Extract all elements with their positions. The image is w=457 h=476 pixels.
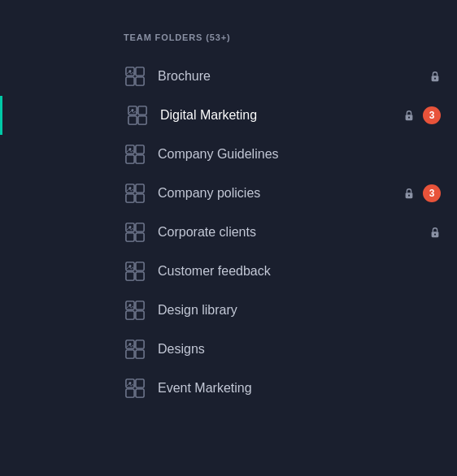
svg-rect-40: [126, 311, 134, 319]
folder-item-company-policies[interactable]: Company policies 3: [0, 174, 457, 213]
folder-icon-company-policies: [124, 182, 146, 205]
svg-rect-46: [136, 350, 144, 358]
svg-point-6: [434, 78, 436, 80]
lock-icon-company-policies: [403, 188, 415, 199]
folder-name-customer-feedback: Customer feedback: [158, 264, 441, 279]
folder-name-brochure: Brochure: [158, 69, 423, 84]
svg-rect-27: [136, 223, 144, 232]
folder-icon-customer-feedback: [124, 260, 146, 283]
badge-company-policies: 3: [423, 184, 441, 202]
svg-rect-16: [126, 155, 134, 163]
folder-icon-corporate-clients: [124, 221, 146, 244]
folder-item-brochure[interactable]: Brochure: [0, 57, 457, 96]
svg-rect-8: [138, 106, 146, 115]
svg-rect-28: [126, 233, 134, 241]
folder-item-corporate-clients[interactable]: Corporate clients: [0, 213, 457, 252]
folder-name-digital-marketing: Digital Marketing: [160, 108, 397, 123]
badge-digital-marketing: 3: [423, 106, 441, 124]
folder-icon-digital-marketing: [126, 104, 149, 127]
svg-rect-44: [136, 340, 144, 348]
folder-item-customer-feedback[interactable]: Customer feedback: [0, 252, 457, 291]
svg-rect-51: [136, 389, 144, 397]
svg-rect-20: [136, 184, 144, 193]
svg-rect-35: [126, 272, 134, 280]
folder-name-company-guidelines: Company Guidelines: [158, 147, 441, 162]
svg-rect-10: [138, 116, 146, 124]
folder-name-designs: Designs: [158, 342, 441, 357]
folder-name-event-marketing: Event Marketing: [158, 381, 441, 396]
folder-icon-brochure: [124, 65, 146, 88]
svg-rect-36: [136, 272, 144, 280]
svg-rect-1: [136, 67, 144, 76]
folder-item-designs[interactable]: Designs: [0, 330, 457, 369]
folder-item-event-marketing[interactable]: Event Marketing: [0, 369, 457, 408]
svg-rect-49: [136, 379, 144, 387]
folder-item-digital-marketing[interactable]: Digital Marketing 3: [0, 96, 457, 135]
svg-rect-41: [136, 311, 144, 319]
folder-list: Brochure Digital Marketing 3 Company Gui…: [0, 57, 457, 408]
svg-rect-2: [126, 77, 134, 85]
folder-name-corporate-clients: Corporate clients: [158, 225, 423, 240]
folder-icon-designs: [124, 338, 146, 361]
lock-icon-brochure: [429, 71, 441, 82]
svg-rect-21: [126, 194, 134, 202]
svg-rect-9: [128, 116, 137, 124]
lock-icon-corporate-clients: [429, 227, 441, 238]
svg-rect-45: [126, 350, 134, 358]
svg-rect-34: [136, 262, 144, 270]
svg-rect-39: [136, 301, 144, 309]
svg-rect-17: [136, 155, 144, 163]
lock-icon-digital-marketing: [403, 110, 415, 121]
folder-item-company-guidelines[interactable]: Company Guidelines: [0, 135, 457, 174]
folder-name-design-library: Design library: [158, 303, 441, 318]
folder-icon-design-library: [124, 299, 146, 322]
svg-rect-29: [136, 233, 144, 241]
svg-rect-22: [136, 194, 144, 202]
folder-icon-event-marketing: [124, 377, 146, 400]
svg-point-13: [408, 117, 410, 119]
svg-rect-50: [126, 389, 134, 397]
folder-name-company-policies: Company policies: [158, 186, 397, 201]
svg-point-32: [434, 234, 436, 236]
folder-item-design-library[interactable]: Design library: [0, 291, 457, 330]
section-header: TEAM FOLDERS (53+): [0, 32, 457, 57]
svg-rect-15: [136, 145, 144, 154]
svg-point-25: [408, 195, 410, 197]
folder-icon-company-guidelines: [124, 143, 146, 166]
svg-rect-3: [136, 77, 144, 85]
main-container: TEAM FOLDERS (53+) Brochure Digital Mark…: [0, 0, 457, 476]
